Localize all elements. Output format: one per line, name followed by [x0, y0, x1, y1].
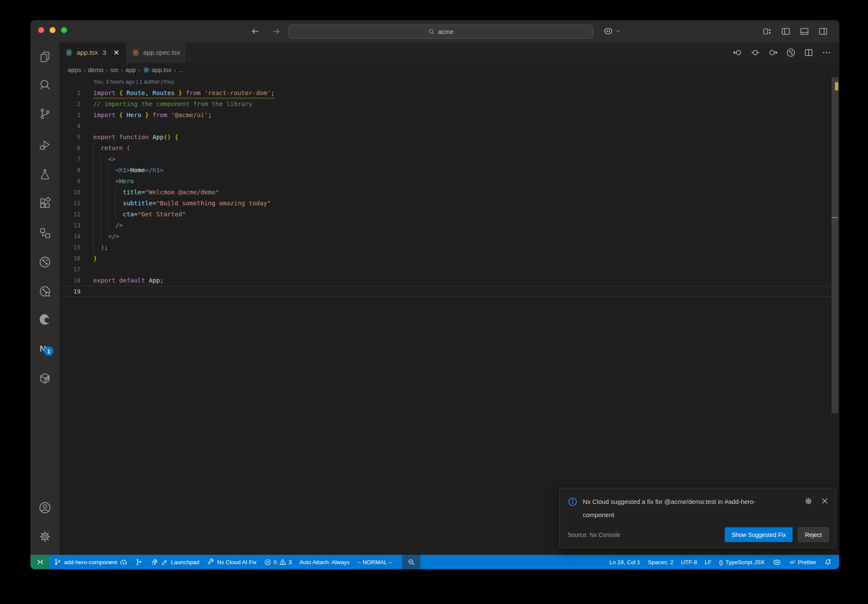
navigate-forward-button[interactable]: [270, 25, 282, 37]
react-icon: [143, 67, 150, 73]
navigate-back-button[interactable]: [249, 25, 261, 37]
tab-app-tsx[interactable]: app.tsx 3 ✕: [59, 42, 126, 63]
accounts-icon[interactable]: [36, 499, 53, 516]
tab-bar: app.tsx 3 ✕ app.spec.tsx: [59, 42, 839, 63]
vim-mode-item[interactable]: -- NORMAL --: [353, 555, 396, 569]
show-suggested-fix-button[interactable]: Show Suggested Fix: [725, 527, 793, 542]
code-line: 6 return (: [59, 143, 839, 154]
breadcrumb-item-symbol[interactable]: ...: [178, 67, 184, 73]
git-blame-annotation: You, 3 hours ago | 1 author (You): [59, 77, 839, 87]
vscode-window: acme: [31, 20, 839, 569]
notification-toast: Nx Cloud suggested a fix for @acme/demo:…: [559, 488, 836, 548]
close-window-button[interactable]: [38, 27, 44, 33]
split-editor-icon[interactable]: [804, 48, 814, 58]
chevron-right-icon: ›: [106, 67, 108, 73]
search-icon[interactable]: [36, 76, 53, 93]
code-line: 2// importing the component from the lib…: [59, 98, 839, 109]
code-line: 14 </>: [59, 231, 839, 242]
zoom-indicator-item[interactable]: [402, 555, 420, 569]
launchpad-item[interactable]: Launchpad: [147, 555, 203, 569]
arrow-right-icon: [272, 27, 281, 36]
layout-icon: [762, 26, 772, 36]
nx-graph-icon[interactable]: [36, 254, 53, 271]
warnings-count: 3: [289, 559, 292, 565]
git-branch-item[interactable]: add-hero-component: [50, 555, 131, 569]
problems-item[interactable]: 0 3: [260, 555, 295, 569]
current-change-icon[interactable]: [750, 48, 760, 58]
copilot-menu-button[interactable]: [603, 25, 620, 36]
copilot-status-item[interactable]: [768, 555, 785, 569]
code-editor[interactable]: You, 3 hours ago | 1 author (You) 1impor…: [59, 77, 839, 555]
errors-count: 0: [273, 559, 277, 565]
run-debug-icon[interactable]: [36, 137, 53, 154]
chevron-right-icon: ›: [121, 67, 123, 73]
nx-badge: 1: [44, 347, 53, 356]
react-test-icon: [132, 49, 139, 56]
remote-indicator[interactable]: [31, 555, 50, 569]
encoding-item[interactable]: UTF-8: [677, 555, 701, 569]
branch-name: add-hero-component: [64, 559, 117, 565]
code-lines: 1import { Route, Routes } from 'react-ro…: [59, 87, 839, 297]
copilot-icon: [772, 557, 782, 567]
info-icon: [568, 497, 578, 507]
customize-layout-button[interactable]: [761, 25, 773, 37]
breadcrumb-item[interactable]: src: [110, 67, 118, 73]
nx-graph-search-icon[interactable]: [36, 283, 53, 300]
code-line: 3import { Hero } from '@acme/ui';: [59, 109, 839, 120]
remote-icon: [36, 558, 45, 566]
notifications-bell-item[interactable]: [820, 555, 836, 569]
breadcrumb-item[interactable]: app: [125, 67, 136, 73]
project-structure-icon[interactable]: [36, 224, 53, 241]
language-mode-item[interactable]: {} TypeScript JSX: [715, 555, 768, 569]
toggle-secondary-sidebar-button[interactable]: [817, 25, 829, 37]
tab-app-spec-tsx[interactable]: app.spec.tsx: [126, 42, 186, 63]
eol-item[interactable]: LF: [701, 555, 715, 569]
chevron-right-icon: ›: [138, 67, 140, 73]
command-center-search[interactable]: acme: [288, 25, 593, 39]
notification-close-icon[interactable]: [821, 497, 829, 505]
run-graph-icon[interactable]: [786, 48, 796, 58]
formatter-item[interactable]: ✓✓ Prettier: [785, 555, 820, 569]
errors-icon: [264, 559, 271, 566]
nx-cloud-fix-item[interactable]: Nx Cloud AI Fix: [203, 555, 260, 569]
breadcrumb-item[interactable]: demo: [88, 67, 103, 73]
next-change-icon[interactable]: [768, 48, 778, 58]
double-check-icon: ✓✓: [789, 559, 794, 565]
minimize-window-button[interactable]: [50, 27, 56, 33]
extensions-icon[interactable]: [36, 195, 53, 212]
explorer-icon[interactable]: [36, 48, 53, 65]
tab-label: app.spec.tsx: [143, 49, 180, 56]
git-branch-icon: [54, 558, 61, 566]
indent-guide: [100, 154, 101, 242]
maximize-window-button[interactable]: [61, 27, 67, 33]
indent-guide: [115, 187, 116, 220]
code-line: 5export function App() {: [59, 131, 839, 143]
toggle-primary-sidebar-button[interactable]: [780, 25, 792, 37]
nx-console-icon[interactable]: N>1: [36, 340, 53, 357]
notification-settings-gear-icon[interactable]: [804, 497, 813, 506]
toggle-panel-button[interactable]: [798, 25, 810, 37]
git-graph-item[interactable]: [131, 555, 147, 569]
search-value: acme: [438, 28, 453, 35]
previous-change-icon[interactable]: [732, 48, 743, 58]
close-tab-icon[interactable]: ✕: [114, 48, 120, 57]
launchpad-label: Launchpad: [171, 559, 199, 565]
package-icon[interactable]: [36, 370, 53, 387]
code-line: 8 <h1>Home</h1>: [59, 165, 839, 176]
more-actions-icon[interactable]: [821, 48, 832, 58]
edge-browser-icon[interactable]: [36, 311, 53, 328]
breadcrumb-item[interactable]: apps: [68, 67, 81, 73]
auto-attach-item[interactable]: Auto Attach: Always: [295, 555, 353, 569]
warnings-icon: [279, 558, 287, 566]
breadcrumb-item-file[interactable]: app.tsx: [143, 67, 172, 73]
indentation-item[interactable]: Spaces: 2: [644, 555, 677, 569]
braces-icon: {}: [719, 559, 723, 565]
settings-gear-icon[interactable]: [36, 528, 53, 545]
cursor-position-item[interactable]: Ln 19, Col 1: [606, 555, 644, 569]
tab-label: app.tsx: [77, 49, 98, 56]
editor-actions: [732, 42, 832, 63]
reject-button[interactable]: Reject: [798, 527, 829, 542]
testing-icon[interactable]: [36, 166, 53, 183]
source-control-icon[interactable]: [36, 105, 53, 122]
scrollbar-slider[interactable]: [832, 77, 838, 413]
